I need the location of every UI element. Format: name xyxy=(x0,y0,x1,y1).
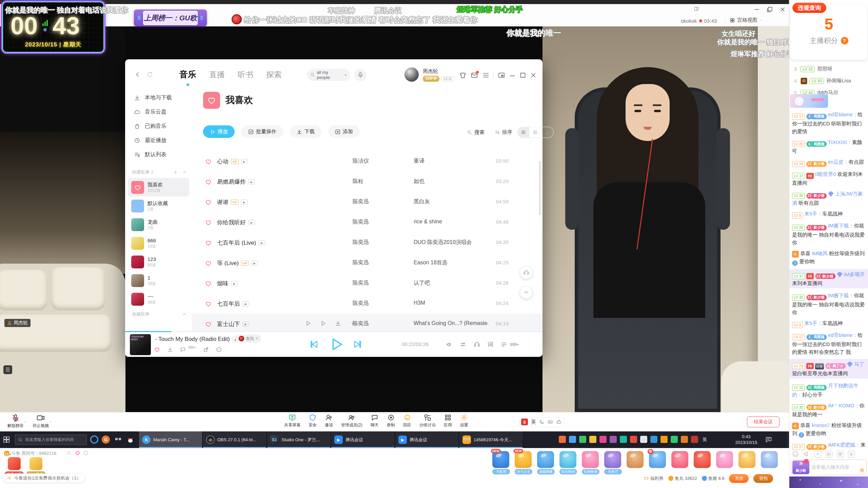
back-icon[interactable] xyxy=(134,71,141,78)
close-button[interactable] xyxy=(779,6,786,13)
tray-icon[interactable] xyxy=(681,436,688,443)
song-row[interactable]: 烟味▶陈奕迅认了吧04:26 xyxy=(192,273,542,293)
chat-username[interactable]: IM腋下狐： xyxy=(828,223,854,228)
chat-username[interactable]: 0晓世界0 xyxy=(815,171,837,177)
tray-icon[interactable] xyxy=(589,436,596,443)
chat-username[interactable]: IM多喝开 xyxy=(844,271,865,277)
queue-icon[interactable] xyxy=(501,341,507,348)
mv-tag[interactable]: ▶ xyxy=(251,261,258,266)
song-artist[interactable]: 陈粒 xyxy=(353,178,363,185)
sidebar-item-默认列表[interactable]: 默认列表 xyxy=(125,147,192,162)
playlist-123[interactable]: 12385首 xyxy=(128,252,189,271)
mv-tag[interactable]: ▶ xyxy=(241,200,248,205)
g-app-icon[interactable]: G xyxy=(102,435,110,444)
song-artist[interactable]: 陈奕迅 xyxy=(353,300,369,307)
backpack-button[interactable]: 背包 xyxy=(753,474,773,483)
分组讨论-button[interactable]: 分组讨论 xyxy=(419,414,436,428)
free-rocket-toast[interactable]: 斗鱼送你1次免费领火箭机会（1） xyxy=(3,473,85,483)
volume-icon[interactable] xyxy=(446,341,452,348)
chat-username[interactable]: 来5手： xyxy=(804,211,822,217)
float-headphone-button[interactable] xyxy=(520,266,533,279)
song-row[interactable]: 富士山下▶陈奕迅What's Going On...? (Remaste...0… xyxy=(192,314,542,331)
chat-username[interactable]: IMFK肥肥狐： xyxy=(828,442,861,448)
gift-item[interactable]: 惊 xyxy=(649,451,667,474)
tab-音乐[interactable]: 音乐 xyxy=(179,69,196,80)
共享屏幕-button[interactable]: 共享屏幕 xyxy=(284,414,300,428)
cortana-icon[interactable] xyxy=(90,435,98,444)
sidebar-item-已购音乐[interactable]: 已购音乐 xyxy=(125,119,192,133)
list-scrollbar[interactable] xyxy=(539,161,541,215)
chat-tool-A[interactable]: A xyxy=(814,451,821,458)
lyrics-icon[interactable]: 词 xyxy=(488,341,493,348)
设置-button[interactable]: 设置 xyxy=(460,414,468,428)
song-album[interactable]: 重译 xyxy=(414,158,425,165)
ranking-row[interactable]: 4骑LV 40孙俐臻Lisa xyxy=(789,75,868,87)
song-row[interactable]: 七百年后 (Live)▶陈奕迅DUO 陈奕迅2010演唱会04:35 xyxy=(192,232,542,253)
play-button[interactable] xyxy=(329,337,344,352)
maximize-button[interactable] xyxy=(766,6,773,13)
taskbar-app[interactable]: 1458619746-今天... xyxy=(459,431,522,448)
tray-lang[interactable]: 英 xyxy=(703,436,707,443)
song-artist[interactable]: 陈奕迅 xyxy=(353,219,369,226)
gift-item[interactable] xyxy=(738,451,756,474)
sidebar-item-音乐云盘[interactable]: 音乐云盘 xyxy=(125,105,192,119)
grid-view-button[interactable]: 宫格视图 xyxy=(730,17,764,23)
playlist-龙曲[interactable]: 龙曲2首 xyxy=(128,215,189,234)
artist-view-icon[interactable] xyxy=(545,130,550,135)
heart-icon[interactable] xyxy=(75,450,80,455)
keyboard-icon[interactable] xyxy=(548,419,553,425)
next-button[interactable] xyxy=(353,339,363,349)
chat-username[interactable]: IM腋下狐： xyxy=(828,292,854,298)
play-order-icon[interactable] xyxy=(460,341,466,348)
chat-username[interactable]: 马丁 xyxy=(854,361,864,367)
tray-icon[interactable] xyxy=(630,436,637,443)
like-heart-icon[interactable] xyxy=(154,347,160,352)
ranked-user-name[interactable]: 孙俐臻Lisa xyxy=(826,78,851,84)
gift-item[interactable] xyxy=(694,451,711,474)
chat-username[interactable]: TIXIXIXI： xyxy=(828,139,852,145)
song-artist[interactable]: 陈奕迅 xyxy=(353,280,369,287)
安全-button[interactable]: 安全 xyxy=(309,414,317,428)
playlist-我喜欢[interactable]: 我喜欢1012首 xyxy=(128,178,189,197)
add-playlist-icon[interactable] xyxy=(173,170,178,175)
song-album[interactable]: Eason 18首选 xyxy=(414,259,448,266)
listen-together-icon[interactable] xyxy=(474,341,480,348)
song-artist[interactable]: 陈洁仪 xyxy=(353,158,369,165)
song-row[interactable]: 等 (Live)VIP▶陈奕迅Eason 18首选04:25 xyxy=(192,253,542,273)
toolbox-icon[interactable] xyxy=(556,419,561,425)
song-album[interactable]: DUO 陈奕迅2010演唱会 xyxy=(414,239,472,246)
ranked-user-name[interactable]: 部部呀 xyxy=(817,66,832,72)
gift-item[interactable]: 任务厅 xyxy=(604,451,622,474)
song-artist[interactable]: 陈奕迅 xyxy=(353,239,369,246)
gift-item[interactable] xyxy=(716,451,734,474)
mv-tag[interactable]: ▶ xyxy=(248,179,255,184)
album-art[interactable]: TOUCH MY BODY xyxy=(130,334,151,355)
coupon-entry[interactable]: 福利券 xyxy=(644,475,664,482)
tray-icon[interactable] xyxy=(691,436,698,443)
下载-button[interactable]: 下载 xyxy=(290,125,321,138)
clear-search-icon[interactable]: × xyxy=(344,73,347,78)
menu-icon[interactable] xyxy=(482,72,490,79)
song-artist[interactable]: 陈奕迅 xyxy=(353,259,369,266)
playlist-默认收藏[interactable]: 默认收藏1首 xyxy=(128,197,189,215)
song-album[interactable]: 如也 xyxy=(414,178,425,185)
tray-icon[interactable] xyxy=(559,436,566,443)
taskbar-app[interactable]: ▶腾讯会议 xyxy=(331,431,394,448)
taskbar-app[interactable]: ▶腾讯会议 xyxy=(395,431,458,448)
song-row[interactable]: 七百年后▶陈奕迅H3M04:24 xyxy=(192,293,542,314)
mv-tag[interactable]: ▶ xyxy=(241,159,248,164)
song-album[interactable]: H3M xyxy=(414,300,425,306)
tray-icon[interactable] xyxy=(620,436,627,443)
playing-badge[interactable]: 在玩 × xyxy=(236,334,261,343)
user-name[interactable]: 周杰轮 xyxy=(423,68,438,75)
refresh-icon[interactable] xyxy=(146,71,154,78)
horn-icon[interactable] xyxy=(803,451,810,458)
more-icon[interactable] xyxy=(216,347,222,352)
song-album[interactable]: 黑白灰 xyxy=(414,198,430,205)
microphone-icon[interactable] xyxy=(354,69,367,81)
tray-icon[interactable] xyxy=(671,436,678,443)
collapse-icon[interactable] xyxy=(182,170,187,175)
list-view-icon[interactable] xyxy=(521,130,526,135)
gift-item[interactable]: 高能弹幕 xyxy=(537,451,555,474)
taskbar-search[interactable]: 在这里输入你要搜索的内容 xyxy=(15,434,87,445)
